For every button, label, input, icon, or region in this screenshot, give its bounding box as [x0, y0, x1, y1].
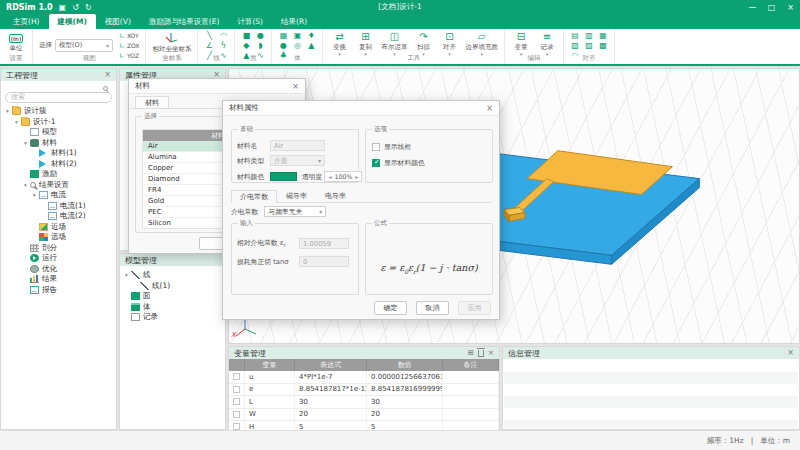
project-tree-item[interactable]: ▾设计-1: [1, 117, 116, 128]
prism-solid-icon[interactable]: ♦: [306, 31, 316, 40]
polyline-icon[interactable]: ∠: [204, 41, 214, 50]
cancel-button[interactable]: 取消: [416, 301, 449, 315]
expander-icon[interactable]: ▾: [22, 182, 29, 188]
property-tab-3[interactable]: 电导率: [316, 189, 355, 202]
project-tree-item[interactable]: 激励: [1, 169, 116, 180]
diamond-face-icon[interactable]: ◆: [241, 41, 251, 50]
close-icon[interactable]: ×: [787, 349, 794, 357]
arc-icon[interactable]: ◠: [218, 31, 228, 40]
expander-icon[interactable]: ▾: [13, 119, 20, 125]
show-material-color-checkbox[interactable]: [372, 159, 380, 167]
project-tree-item[interactable]: ▾电流: [1, 190, 116, 201]
model-tree-item[interactable]: ▾线: [120, 270, 225, 281]
project-tree-item[interactable]: 模型: [1, 127, 116, 138]
delete-variable-icon[interactable]: [478, 350, 484, 357]
variable-row[interactable]: L3030: [229, 396, 499, 409]
project-tree-item[interactable]: 电流(1): [1, 201, 116, 212]
ellipse-face-icon[interactable]: ◗: [255, 41, 265, 50]
torus-solid-icon[interactable]: ◎: [292, 41, 302, 50]
epsilon-field[interactable]: 1.00059: [299, 238, 349, 249]
ok-button[interactable]: 确定: [374, 301, 407, 315]
row-checkbox[interactable]: [233, 373, 240, 380]
stepper-left-icon[interactable]: ◂: [328, 173, 331, 180]
expander-icon[interactable]: ▾: [123, 272, 130, 278]
close-button[interactable]: ×: [781, 0, 800, 14]
plane-button-xoy[interactable]: ∟XOY: [119, 31, 139, 40]
project-tree-item[interactable]: 材料(2): [1, 159, 116, 170]
project-tree-item[interactable]: ▾结果设置: [1, 180, 116, 191]
tangent-field[interactable]: 0: [299, 256, 349, 267]
close-icon[interactable]: ×: [292, 82, 299, 91]
plane-button-zox[interactable]: ∟ZOX: [119, 41, 139, 50]
project-tree-item[interactable]: 优化: [1, 264, 116, 275]
variable-row[interactable]: W2020: [229, 409, 499, 422]
expander-icon[interactable]: ▾: [4, 108, 11, 114]
material-color-swatch[interactable]: [270, 172, 297, 181]
material-type-select[interactable]: 介质 ▾: [270, 155, 325, 166]
matprops-dialog-titlebar[interactable]: 材料属性 ×: [223, 101, 499, 116]
menu-tab-4[interactable]: 激励源与结果设置(E): [140, 14, 229, 29]
row-checkbox[interactable]: [233, 398, 240, 405]
model-tree-item[interactable]: 体: [120, 302, 225, 313]
box-solid-icon[interactable]: ▦: [278, 31, 288, 40]
row-checkbox[interactable]: [233, 411, 240, 418]
model-select[interactable]: 模型(O)▾: [55, 39, 113, 52]
maximize-button[interactable]: □: [762, 0, 781, 14]
variable-row[interactable]: e8.854187817*1e-128.854187816999999e-...: [229, 384, 499, 397]
expander-icon[interactable]: ▾: [31, 192, 38, 198]
zigzag-icon[interactable]: ϟ: [218, 41, 228, 50]
undo-icon[interactable]: ↺: [72, 3, 79, 12]
menu-tab-5[interactable]: 计算(S): [228, 14, 272, 29]
menu-tab-3[interactable]: 视图(V): [96, 14, 140, 29]
project-tree-item[interactable]: 运行: [1, 253, 116, 264]
project-tree-item[interactable]: 远场: [1, 232, 116, 243]
variable-row[interactable]: u4*PI*1e-70.00000125663706143...: [229, 371, 499, 384]
save-icon[interactable]: ▣: [59, 3, 67, 12]
cone-solid-icon[interactable]: ▲: [306, 41, 316, 50]
align-left-icon[interactable]: ▤: [570, 31, 580, 40]
align-middle-icon[interactable]: ▨: [584, 41, 594, 50]
close-icon[interactable]: ×: [486, 104, 493, 113]
add-variable-icon[interactable]: ⊞: [467, 349, 473, 357]
material-color-option[interactable]: 显示材料颜色: [372, 158, 425, 168]
project-tree-item[interactable]: 近场: [1, 222, 116, 233]
frequency-dependence-select[interactable]: 与频率无关 ▾: [264, 206, 326, 217]
cube-solid-icon[interactable]: ▣: [292, 31, 302, 40]
model-tree-item[interactable]: 面: [120, 291, 225, 302]
unit-button[interactable]: (m)单位: [6, 33, 26, 53]
project-tree-item[interactable]: ▾材料: [1, 138, 116, 149]
menu-tab-6[interactable]: 结果(R): [272, 14, 316, 29]
wireframe-checkbox[interactable]: [372, 143, 380, 151]
project-tree-item[interactable]: 结果: [1, 274, 116, 285]
row-checkbox[interactable]: [233, 386, 240, 393]
rectangle-face-icon[interactable]: ■: [241, 31, 251, 40]
align-right-icon[interactable]: ▦: [598, 31, 608, 40]
project-tree-item[interactable]: 剖分: [1, 243, 116, 254]
menu-tab-2[interactable]: 建模(M): [49, 14, 96, 29]
menu-tab-1[interactable]: 主页(H): [4, 14, 49, 29]
relative-global-cs-button[interactable]: 相对全坐标系: [152, 32, 191, 54]
property-tab-1[interactable]: 介电常数: [231, 190, 277, 203]
material-name-field[interactable]: Air: [270, 140, 325, 151]
materials-dialog-titlebar[interactable]: 材料 ×: [129, 79, 305, 94]
line-icon[interactable]: ╲: [204, 31, 214, 40]
model-tree-item[interactable]: 线(1): [120, 281, 225, 292]
apply-button[interactable]: 应用: [458, 301, 491, 315]
close-icon[interactable]: ×: [104, 71, 111, 79]
align-center-icon[interactable]: ▥: [584, 31, 594, 40]
project-tree-item[interactable]: 报告: [1, 285, 116, 296]
circle-face-icon[interactable]: ●: [255, 31, 265, 40]
wireframe-option[interactable]: 显示线框: [372, 142, 411, 152]
close-icon[interactable]: ×: [488, 349, 494, 357]
project-tree-item[interactable]: ▾设计簇: [1, 106, 116, 117]
project-tree-item[interactable]: 材料(1): [1, 148, 116, 159]
model-tree-item[interactable]: 记录: [120, 312, 225, 323]
align-bottom-icon[interactable]: ▩: [598, 41, 608, 50]
expander-icon[interactable]: ▾: [22, 140, 29, 146]
align-top-icon[interactable]: ▧: [570, 41, 580, 50]
opacity-stepper[interactable]: ◂ 100% ▸: [324, 171, 362, 182]
property-tab-2[interactable]: 磁导率: [277, 189, 316, 202]
minimize-button[interactable]: —: [743, 0, 762, 14]
project-tree-item[interactable]: 电流(2): [1, 211, 116, 222]
sphere-solid-icon[interactable]: ●: [278, 41, 288, 50]
